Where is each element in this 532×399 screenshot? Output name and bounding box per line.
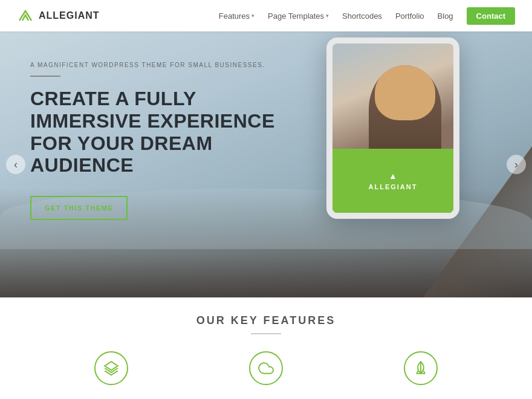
hero-cta-button[interactable]: GET THIS THEME bbox=[30, 196, 128, 220]
logo-icon bbox=[17, 7, 34, 24]
tablet-bottom-bar: ▲ ALLEGIANT bbox=[332, 149, 453, 213]
cloud-icon bbox=[258, 360, 274, 376]
nav-shortcodes[interactable]: Shortcodes bbox=[342, 11, 382, 21]
nav-links: Features ▾ Page Templates ▾ Shortcodes P… bbox=[219, 7, 515, 25]
tablet-person bbox=[332, 44, 453, 154]
tablet-face bbox=[332, 44, 453, 154]
chevron-down-icon: ▾ bbox=[326, 13, 329, 19]
navbar: ALLEGIANT Features ▾ Page Templates ▾ Sh… bbox=[0, 0, 532, 31]
rocket-icon bbox=[413, 360, 429, 376]
tablet-inner: ▲ ALLEGIANT bbox=[332, 44, 453, 213]
nav-portfolio[interactable]: Portfolio bbox=[395, 11, 424, 21]
layers-icon bbox=[103, 360, 119, 376]
logo-text: ALLEGIANT bbox=[39, 10, 100, 21]
tablet-logo-text: ALLEGIANT bbox=[369, 183, 418, 190]
feature-icon-cloud bbox=[249, 351, 283, 385]
feature-icon-layers bbox=[94, 351, 128, 385]
hero-divider bbox=[30, 76, 60, 77]
tablet-mockup: ▲ ALLEGIANT bbox=[326, 37, 459, 219]
hero-next-button[interactable]: › bbox=[507, 155, 526, 174]
hero-section: ‹ › A MAGNIFICENT WORDPRESS THEME FOR SM… bbox=[0, 31, 532, 297]
features-section: OUR KEY FEATURES bbox=[0, 297, 532, 399]
hero-prev-button[interactable]: ‹ bbox=[6, 155, 25, 174]
contact-button[interactable]: Contact bbox=[467, 7, 515, 25]
features-icons bbox=[94, 351, 438, 385]
hero-content: A MAGNIFICENT WORDPRESS THEME FOR SMALL … bbox=[30, 62, 284, 220]
logo[interactable]: ALLEGIANT bbox=[17, 7, 100, 24]
features-divider bbox=[251, 333, 281, 334]
nav-page-templates[interactable]: Page Templates ▾ bbox=[268, 11, 329, 21]
hero-subtitle: A MAGNIFICENT WORDPRESS THEME FOR SMALL … bbox=[30, 62, 284, 68]
nav-features[interactable]: Features ▾ bbox=[219, 11, 255, 21]
nav-blog[interactable]: Blog bbox=[438, 11, 453, 21]
chevron-down-icon: ▾ bbox=[251, 13, 255, 19]
tablet-logo-icon: ▲ bbox=[389, 171, 397, 181]
hero-title: CREATE A FULLY IMMERSIVE EXPERIENCE FOR … bbox=[30, 88, 284, 177]
features-title: OUR KEY FEATURES bbox=[196, 314, 336, 327]
feature-icon-rocket bbox=[404, 351, 438, 385]
